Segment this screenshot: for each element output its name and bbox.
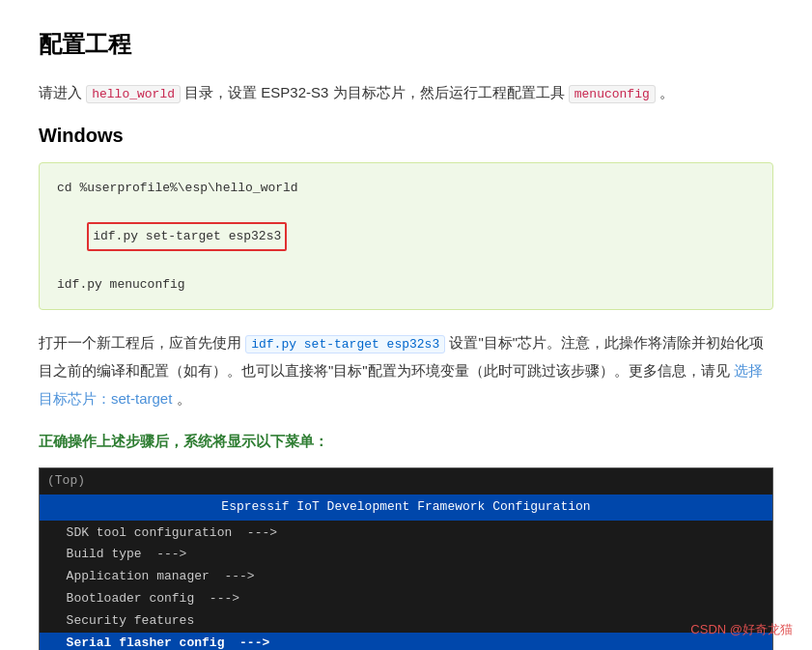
terminal-row-0: SDK tool configuration ---> <box>40 523 772 545</box>
csdn-watermark: CSDN @好奇龙猫 <box>690 621 793 638</box>
code-line-2-highlighted: idf.py set-target esp32s3 <box>87 222 287 250</box>
correct-steps-text: 正确操作上述步骤后，系统将显示以下菜单： <box>39 428 773 454</box>
terminal-row-5-selected: Serial flasher config ---> <box>40 633 772 650</box>
desc-text-3: 。 <box>177 390 191 407</box>
terminal-top-bar: (Top) <box>40 468 772 495</box>
terminal-row-4: Security features <box>40 610 772 633</box>
terminal-body: SDK tool configuration ---> Build type -… <box>40 521 772 650</box>
description-paragraph: 打开一个新工程后，应首先使用 idf.py set-target esp32s3… <box>39 329 773 412</box>
terminal-display: (Top) Espressif IoT Development Framewor… <box>39 467 773 650</box>
desc-text-1: 打开一个新工程后，应首先使用 <box>39 334 241 351</box>
idf-set-target-inline: idf.py set-target esp32s3 <box>245 335 445 353</box>
terminal-row-3: Bootloader config ---> <box>40 588 772 610</box>
intro-text-before: 请进入 <box>39 84 82 100</box>
intro-paragraph: 请进入 hello_world 目录，设置 ESP32-S3 为目标芯片，然后运… <box>39 79 773 105</box>
page-title: 配置工程 <box>39 29 773 60</box>
intro-text-end: 。 <box>659 84 674 100</box>
code-line-1: cd %userprofile%\esp\hello_world <box>57 177 755 199</box>
intro-text-middle: 目录，设置 ESP32-S3 为目标芯片，然后运行工程配置工具 <box>184 84 564 100</box>
code-block: cd %userprofile%\esp\hello_world idf.py … <box>39 162 773 310</box>
code-line-2: idf.py set-target esp32s3 <box>57 200 755 273</box>
windows-section-title: Windows <box>39 125 773 147</box>
terminal-row-2: Application manager ---> <box>40 566 772 588</box>
code-line-3: idf.py menuconfig <box>57 273 755 296</box>
terminal-row-1: Build type ---> <box>40 544 772 566</box>
menuconfig-inline-code: menuconfig <box>569 85 656 103</box>
terminal-header-row: Espressif IoT Development Framework Conf… <box>40 495 772 521</box>
hello-world-inline-code: hello_world <box>86 85 181 103</box>
